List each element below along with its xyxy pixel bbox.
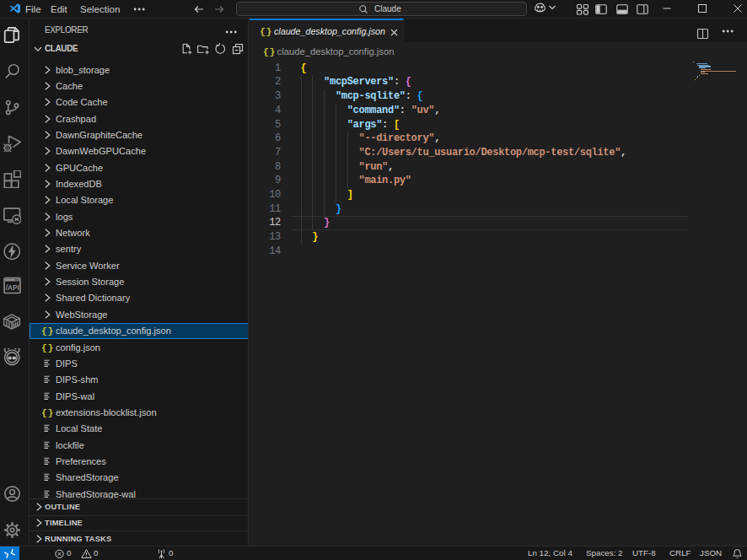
- svg-text:/API: /API: [6, 283, 19, 291]
